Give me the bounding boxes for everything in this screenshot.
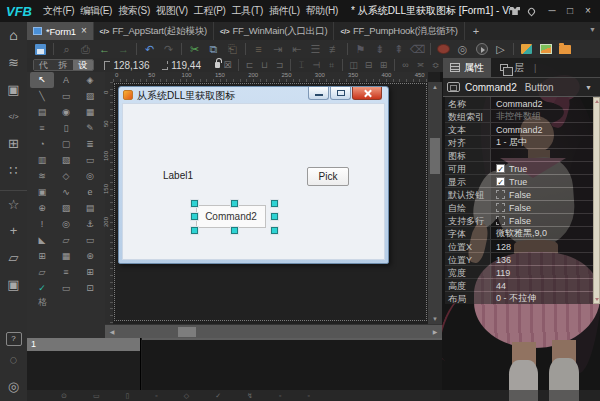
tool-option-button[interactable]: ◉ xyxy=(54,104,78,120)
tool-picture-box[interactable]: ▨ xyxy=(78,88,102,104)
compile-check-icon[interactable]: ◎ xyxy=(453,41,472,57)
tool-splitter[interactable]: ▯ xyxy=(54,120,78,136)
tab-2[interactable]: </>FF_WinMain(入口出口) xyxy=(214,22,335,40)
copy-icon[interactable]: ⧉ xyxy=(204,41,223,57)
scroll-left-icon[interactable]: ◀ xyxy=(107,325,117,339)
property-row[interactable]: 自绘False xyxy=(445,201,593,214)
tool-browser[interactable]: e xyxy=(78,184,102,200)
status-icon-0[interactable]: ⊙ xyxy=(61,390,67,401)
tool-chip-control[interactable]: ⊡ xyxy=(78,280,102,296)
layers-icon[interactable]: ≋ xyxy=(0,49,27,76)
status-icon-2[interactable]: ▯ xyxy=(126,390,130,401)
tool-combo-box[interactable]: ▤ xyxy=(30,104,54,120)
package-manager-icon[interactable] xyxy=(517,41,536,57)
tab-3[interactable]: </>FF_PumpHook(消息循环) xyxy=(334,22,464,40)
property-row[interactable]: 名称Command2 xyxy=(445,97,593,110)
add-tab-button[interactable]: + xyxy=(465,22,487,40)
status-icon-3[interactable]: ▫ xyxy=(155,390,157,401)
property-row[interactable]: 位置X128 xyxy=(445,240,593,253)
checkbox-icon[interactable] xyxy=(496,216,505,225)
tool-anchor[interactable]: ⚓ xyxy=(78,216,102,232)
menu-item-0[interactable]: 文件(F) xyxy=(40,4,77,18)
tool-button[interactable]: ▭ xyxy=(54,88,78,104)
tool-pointer[interactable]: ↖ xyxy=(30,72,54,88)
indent-icon[interactable]: ⇥ xyxy=(268,41,287,57)
nav-forward-icon[interactable]: → xyxy=(114,41,133,57)
selection-handle-se[interactable] xyxy=(271,227,278,234)
minimize-icon[interactable]: ─ xyxy=(546,5,558,17)
tool-folder-view[interactable]: ▱ xyxy=(30,264,54,280)
bookmark-prev-icon[interactable]: ⇞ xyxy=(389,41,408,57)
menu-item-7[interactable]: 帮助(H) xyxy=(303,4,341,18)
menu-item-4[interactable]: 工程(P) xyxy=(191,4,229,18)
property-row[interactable]: 位置Y136 xyxy=(445,253,593,266)
tool-child-window[interactable]: ▭ xyxy=(78,152,102,168)
form-maximize-button[interactable] xyxy=(330,87,351,100)
nav-back-icon[interactable]: ← xyxy=(95,41,114,57)
selection-handle-w[interactable] xyxy=(191,213,198,220)
form-close-button[interactable] xyxy=(352,87,382,100)
page-setup-icon[interactable]: ⌕ xyxy=(57,41,76,57)
tool-com-object[interactable]: ◎ xyxy=(54,216,78,232)
run-icon[interactable]: ▷ xyxy=(491,41,510,57)
menu-item-6[interactable]: 插件(L) xyxy=(266,4,303,18)
undo-icon[interactable]: ↶ xyxy=(140,41,159,57)
property-grid-scrollbar[interactable] xyxy=(593,97,600,304)
tool-hotkey[interactable]: ▭ xyxy=(78,232,102,248)
checkbox-icon[interactable] xyxy=(496,203,505,212)
align-center-h-icon[interactable]: ⊔ xyxy=(257,57,272,73)
bookmark-next-icon[interactable]: ⇟ xyxy=(370,41,389,57)
tool-frame[interactable]: ▢ xyxy=(54,136,78,152)
list-clear-icon[interactable]: ≢ xyxy=(325,41,344,57)
save-icon[interactable] xyxy=(31,41,50,57)
tool-corner[interactable]: ◣ xyxy=(30,232,54,248)
designer-horizontal-scrollbar[interactable]: ◀ ▶ xyxy=(105,324,442,338)
tool-monitor-view[interactable]: ▭ xyxy=(54,280,78,296)
align-middle-icon[interactable]: ⊣ xyxy=(309,57,324,73)
tool-timer[interactable]: ◔ xyxy=(30,136,54,152)
align-left-edges-icon[interactable]: ⊏ xyxy=(242,57,257,73)
selection-handle-n[interactable] xyxy=(231,200,238,207)
tool-shapes[interactable]: ◈ xyxy=(78,72,102,88)
props-tab-properties[interactable]: 属性 xyxy=(443,58,491,78)
center-in-form-icon[interactable]: ≎ xyxy=(428,57,443,73)
open-folder-icon[interactable]: ▱ xyxy=(0,244,27,271)
paste-icon[interactable]: ⎗ xyxy=(223,41,242,57)
align-top-edges-icon[interactable]: ⌶ xyxy=(294,57,309,73)
package-icon[interactable]: ▣ xyxy=(0,76,27,103)
cut-icon[interactable]: ✂ xyxy=(185,41,204,57)
status-icon-4[interactable]: ◇ xyxy=(184,390,189,401)
user-icon[interactable]: ◎ xyxy=(0,373,27,400)
selection-handle-ne[interactable] xyxy=(271,200,278,207)
print-icon[interactable]: ⎙ xyxy=(76,41,95,57)
tool-color-wheel[interactable]: ⊛ xyxy=(78,248,102,264)
status-icon-1[interactable]: ▭ xyxy=(93,390,100,401)
designer-canvas[interactable]: 从系统DLL里获取图标 Label1 Pick Command2 xyxy=(113,82,428,324)
form-minimize-button[interactable] xyxy=(308,87,329,100)
tool-property-list[interactable]: ≡ xyxy=(54,264,78,280)
save-icon[interactable]: ▣ xyxy=(0,271,27,298)
code-icon[interactable]: </> xyxy=(0,103,27,130)
menu-item-5[interactable]: 工具(T) xyxy=(229,4,266,18)
tool-list-view[interactable]: ▥ xyxy=(30,152,54,168)
tool-icon-grid[interactable]: ⊞ xyxy=(78,264,102,280)
align-bottom-edges-icon[interactable]: ⌗ xyxy=(324,57,339,73)
selection-handle-sw[interactable] xyxy=(191,227,198,234)
mode-split[interactable]: 拆分 xyxy=(54,60,74,70)
checkbox-icon[interactable]: ✓ xyxy=(496,177,505,186)
menu-item-2[interactable]: 搜索(S) xyxy=(115,4,153,18)
tab-list-caret-icon[interactable]: ▼ xyxy=(589,26,596,33)
vertical-scroll-thumb[interactable] xyxy=(430,138,440,174)
selection-handle-s[interactable] xyxy=(231,227,238,234)
tool-image-list[interactable]: ▨ xyxy=(54,200,78,216)
selection-handle-nw[interactable] xyxy=(191,200,198,207)
tool-script-box[interactable]: ▱ xyxy=(54,232,78,248)
property-row[interactable]: 显示✓True xyxy=(445,175,593,188)
tool-draw-pen[interactable]: ✎ xyxy=(78,120,102,136)
modules-icon[interactable]: ⊞ xyxy=(0,130,27,157)
theme-icon[interactable] xyxy=(510,7,522,15)
tool-add-control[interactable]: ⊞ xyxy=(30,248,54,264)
checkbox-icon[interactable] xyxy=(496,190,505,199)
status-icon-8[interactable]: ▫ xyxy=(307,390,309,401)
vfb-help-icon[interactable]: ? xyxy=(6,332,22,346)
